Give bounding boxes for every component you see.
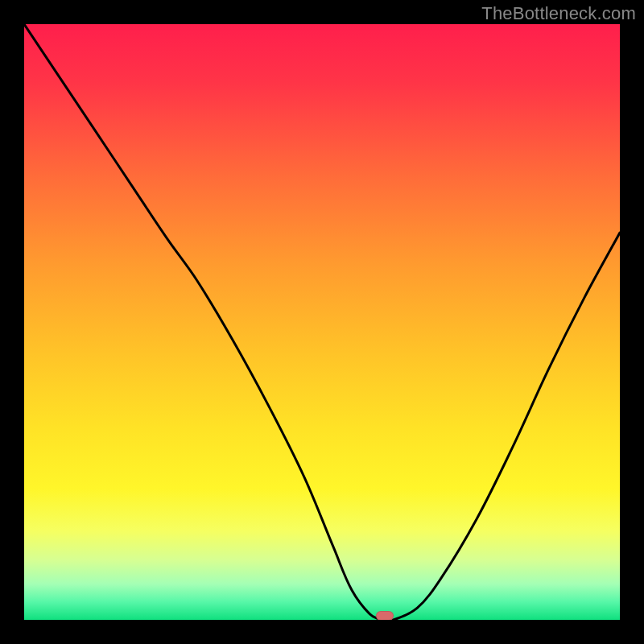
watermark-text: TheBottleneck.com [481, 3, 636, 24]
chart-frame: TheBottleneck.com [0, 0, 644, 644]
bottleneck-curve [24, 24, 620, 620]
minimum-marker [376, 611, 394, 620]
plot-area [24, 24, 620, 620]
